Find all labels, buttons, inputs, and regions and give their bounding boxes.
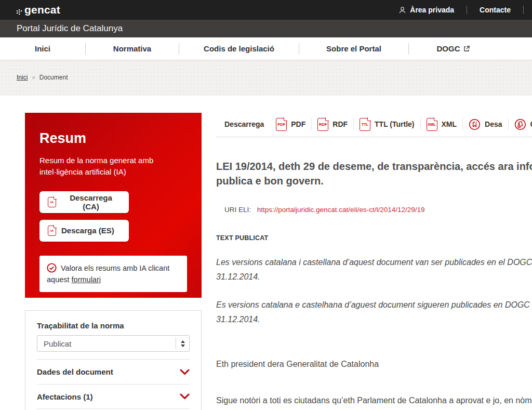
formulari-link[interactable]: formulari <box>72 275 101 284</box>
paragraph-line: d’acòrd tamb çò qu’establís er article 6… <box>216 408 532 410</box>
paragraph-line: Les versions catalana i castellana d’aqu… <box>216 255 532 270</box>
resum-note-text: Valora els resums amb IA clicant aquest <box>47 264 169 284</box>
breadcrumb-separator: > <box>32 74 35 81</box>
uri-eli-row: URI ELI: https://portaljuridic.gencat.ca… <box>216 206 532 214</box>
nav-item-sobre-portal[interactable]: Sobre el Portal <box>299 44 408 53</box>
save-bookmark-icon <box>469 118 481 130</box>
promulgation-paragraph: Sigue notòri a toti es ciutadans qu’eth … <box>216 393 532 410</box>
area-privada-link[interactable]: Àrea privada <box>386 6 467 14</box>
select-divider <box>176 338 176 349</box>
download-pdf-button[interactable]: PDF PDF <box>270 118 311 131</box>
chevron-down-icon <box>180 369 190 375</box>
contacte-label: Contacte <box>480 6 511 14</box>
resum-card: Resum Resum de la norma generat amb inte… <box>25 113 202 298</box>
paragraph-line: Eth president dera Generalitat de Catalo… <box>216 357 532 372</box>
paragraph-line: Es versions catalana e castelhana d’ague… <box>216 298 532 312</box>
ia-document-icon: IA <box>48 197 56 207</box>
xml-file-icon: XML <box>427 118 437 131</box>
main-nav: Inici Normativa Codis de legislació Sobr… <box>0 37 532 60</box>
area-privada-label: Àrea privada <box>410 6 454 14</box>
check-circle-icon <box>47 263 57 273</box>
notice-paragraph-oc: Es versions catalana e castelhana d’ague… <box>216 298 532 327</box>
nav-item-codis[interactable]: Codis de legislació <box>179 44 299 53</box>
download-xml-button[interactable]: XML XML <box>421 118 463 131</box>
site-title-bar: Portal Jurídic de Catalunya <box>0 20 532 37</box>
select-spinner-icon <box>181 340 185 347</box>
nav-item-inici[interactable]: Inici <box>0 44 85 53</box>
nav-item-dogc[interactable]: DOGC <box>409 44 497 53</box>
breadcrumb-current: Document <box>39 74 68 81</box>
trace-status-select[interactable]: Publicat <box>37 335 190 352</box>
uri-eli-label: URI ELI: <box>224 206 251 214</box>
download-label: Descarrega <box>224 120 264 128</box>
breadcrumb-band: Inici > Document <box>0 60 532 96</box>
president-paragraph: Eth president dera Generalitat de Catalo… <box>216 357 532 372</box>
copy-uri-eli-button[interactable]: Copia la URI ELI <box>509 118 532 130</box>
descarga-es-button[interactable]: IA Descarga (ES) <box>39 220 129 242</box>
site-title[interactable]: Portal Jurídic de Catalunya <box>17 23 123 34</box>
ttl-label: TTL (Turtle) <box>375 120 414 128</box>
afectacions-row[interactable]: Afectacions (1) <box>37 384 190 408</box>
traceability-panel: Traçabilitat de la norma Publicat Dades … <box>25 310 202 410</box>
document-column: Descarrega PDF PDF RDF RDF TTL TTL (Turt… <box>216 114 532 410</box>
chevron-down-icon <box>180 393 190 400</box>
document-title: LEI 19/2014, deth 29 de deseme, de trans… <box>216 159 532 188</box>
resum-description: Resum de la norma generat amb intel·ligè… <box>39 155 169 178</box>
download-rdf-button[interactable]: RDF RDF <box>312 118 353 131</box>
download-ttl-button[interactable]: TTL TTL (Turtle) <box>354 118 420 131</box>
copy-uri-label: Copia la URI ELI <box>530 120 532 128</box>
descarga-es-label: Descarga (ES) <box>61 226 114 235</box>
dades-document-row[interactable]: Dades del document <box>37 360 190 384</box>
paragraph-line: Sigue notòri a toti es ciutadans qu’eth … <box>216 393 532 408</box>
pdf-file-icon: PDF <box>276 118 287 131</box>
dades-document-label: Dades del document <box>37 367 113 376</box>
ttl-file-icon: TTL <box>360 118 370 131</box>
toolbar-divider-line <box>216 137 532 137</box>
save-button[interactable]: Desa <box>463 118 508 130</box>
ia-document-icon: IA <box>48 226 56 236</box>
afectacions-label: Afectacions (1) <box>37 392 93 401</box>
save-label: Desa <box>485 120 502 128</box>
contacte-link[interactable]: Contacte <box>467 6 523 14</box>
notice-paragraph-ca: Les versions catalana i castellana d’aqu… <box>216 255 532 284</box>
resum-title: Resum <box>39 130 187 147</box>
descarrega-ca-label: Descarrega (CA) <box>61 193 121 211</box>
gencat-dots-icon <box>17 7 23 16</box>
dogc-label: DOGC <box>437 44 460 53</box>
title-line: publica e bon govern. <box>216 174 532 188</box>
trace-select-value: Publicat <box>44 339 71 348</box>
panel-divider <box>37 408 190 409</box>
trace-title: Traçabilitat de la norma <box>37 321 190 330</box>
user-icon <box>398 6 406 14</box>
rdf-label: RDF <box>332 120 348 128</box>
text-publicat-heading: TEXT PUBLICAT <box>216 234 532 242</box>
topbar-divider <box>523 6 524 14</box>
gencat-logo-text: gencat <box>24 4 60 16</box>
gencat-logo[interactable]: gencat <box>17 4 60 16</box>
copy-uri-icon <box>514 118 526 130</box>
title-line: LEI 19/2014, deth 29 de deseme, de trans… <box>216 159 532 174</box>
pdf-label: PDF <box>291 120 305 128</box>
download-toolbar: Descarrega PDF PDF RDF RDF TTL TTL (Turt… <box>216 114 532 135</box>
nav-item-normativa[interactable]: Normativa <box>86 44 179 53</box>
xml-label: XML <box>442 120 457 128</box>
external-link-icon <box>463 46 470 52</box>
breadcrumb: Inici > Document <box>0 60 532 81</box>
top-bar: gencat Àrea privada Contacte <box>0 0 532 20</box>
paragraph-line: 31.12.2014. <box>216 270 532 284</box>
descarrega-ca-button[interactable]: IA Descarrega (CA) <box>39 191 129 213</box>
resum-feedback-note: Valora els resums amb IA clicant aquest … <box>39 256 187 293</box>
uri-eli-link[interactable]: https://portaljuridic.gencat.cat/eli/es-… <box>257 206 425 214</box>
breadcrumb-home-link[interactable]: Inici <box>17 74 28 81</box>
paragraph-line: 31.12.2014. <box>216 312 532 327</box>
rdf-file-icon: RDF <box>317 118 328 131</box>
